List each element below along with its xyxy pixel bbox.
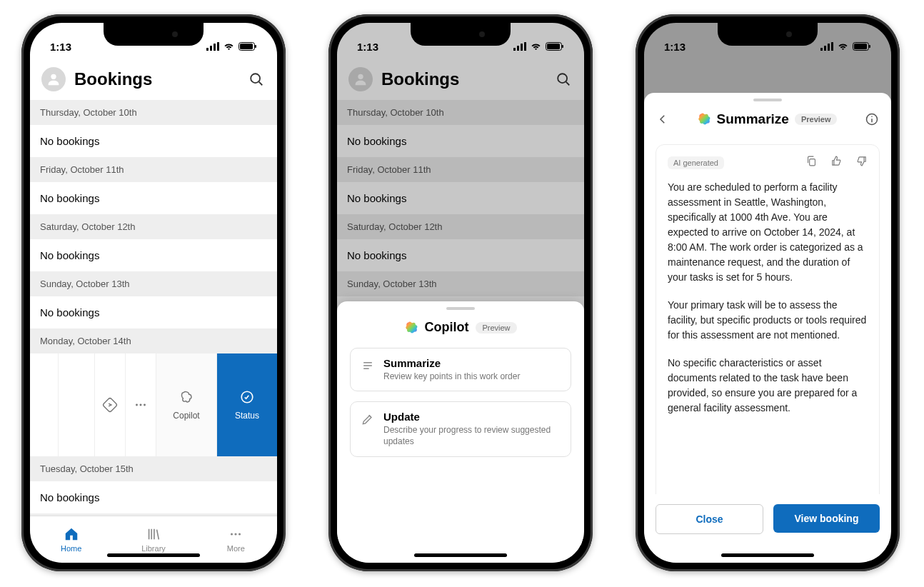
svg-rect-41 (810, 159, 815, 166)
notch (411, 23, 511, 46)
sheet-title: Summarize (717, 111, 789, 127)
tab-label: More (227, 544, 245, 553)
info-button[interactable] (864, 111, 880, 127)
notch (718, 23, 818, 46)
svg-point-40 (871, 116, 873, 117)
svg-point-13 (144, 404, 146, 406)
page-title: Bookings (74, 69, 238, 89)
svg-point-8 (251, 74, 260, 83)
svg-line-9 (259, 82, 263, 86)
card-title: Summarize (383, 357, 520, 369)
svg-rect-37 (869, 45, 870, 48)
date-header: Saturday, October 12th (30, 214, 277, 239)
peek-text: sment (30, 389, 55, 400)
action-label: Status (235, 411, 259, 421)
tab-more[interactable]: More (195, 516, 277, 563)
thumbs-down-icon[interactable] (855, 155, 868, 170)
svg-rect-32 (824, 46, 826, 51)
svg-point-7 (51, 74, 56, 79)
pencil-icon (361, 412, 375, 426)
card-title: Update (383, 411, 561, 423)
sheet-title: Copilot (424, 320, 468, 335)
option-summarize[interactable]: Summarize Review key points in this work… (350, 348, 571, 391)
phone-3: 1:13 Summarize Preview (636, 14, 900, 571)
back-button[interactable] (656, 112, 670, 126)
copilot-sheet: Copilot Preview Summarize Review key poi… (337, 301, 584, 563)
action-more[interactable] (125, 353, 156, 456)
list-icon (361, 358, 375, 373)
svg-rect-0 (206, 48, 209, 51)
svg-point-15 (231, 533, 233, 535)
status-time: 1:13 (664, 41, 686, 53)
status-icons (206, 42, 257, 51)
status-time: 1:13 (50, 41, 71, 53)
svg-point-17 (238, 533, 241, 535)
sheet-header: Copilot Preview (337, 310, 584, 348)
svg-rect-33 (828, 44, 830, 51)
avatar[interactable] (41, 67, 66, 91)
option-update[interactable]: Update Describe your progress to review … (350, 401, 571, 456)
bookings-list[interactable]: Thursday, October 10th No bookings Frida… (30, 100, 277, 516)
date-header: Thursday, October 10th (30, 100, 277, 125)
ai-generated-chip: AI generated (668, 156, 724, 169)
svg-rect-2 (214, 44, 216, 51)
booking-row-swiped[interactable]: up sment ington C (30, 353, 277, 456)
date-header: Wednesday, October 16th (30, 513, 277, 516)
date-header: Tuesday, October 15th (30, 456, 277, 481)
svg-point-11 (136, 404, 138, 406)
action-status[interactable]: Status (216, 353, 277, 456)
home-indicator[interactable] (414, 553, 507, 557)
status-icons (820, 42, 871, 51)
search-icon[interactable] (247, 70, 266, 89)
summary-paragraph: Your primary task will be to assess the … (668, 298, 868, 343)
summary-paragraph: You are scheduled to perform a facility … (668, 180, 868, 285)
svg-point-12 (140, 404, 142, 406)
preview-chip: Preview (476, 322, 516, 333)
copy-icon[interactable] (805, 155, 818, 170)
peek-text: ington (30, 412, 55, 423)
action-copilot[interactable]: Copilot (156, 353, 216, 456)
peek-text: up (30, 366, 55, 377)
svg-point-16 (235, 533, 237, 535)
copilot-logo: Copilot (404, 320, 468, 335)
svg-rect-3 (217, 42, 219, 51)
summary-paragraph: No specific characteristics or asset doc… (668, 356, 868, 416)
booking-card-peek: up sment ington (30, 353, 59, 456)
card-subtitle: Review key points in this work order (383, 371, 520, 382)
close-button[interactable]: Close (656, 504, 763, 534)
action-direction[interactable] (94, 353, 125, 456)
phone-2: 1:13 Bookings Thursday, October 10th No (328, 14, 593, 571)
summarize-sheet: Summarize Preview AI generated (644, 93, 891, 563)
thumbs-up-icon[interactable] (830, 155, 843, 170)
svg-rect-6 (255, 45, 256, 48)
no-bookings: No bookings (30, 125, 277, 157)
svg-rect-1 (210, 46, 212, 51)
home-indicator[interactable] (721, 553, 814, 557)
sheet-header: Summarize Preview (644, 101, 891, 134)
svg-rect-36 (854, 44, 867, 49)
no-bookings: No bookings (30, 481, 277, 513)
svg-rect-31 (820, 48, 823, 51)
summary-card: AI generated You are scheduled to perfor… (656, 144, 880, 494)
date-header: Friday, October 11th (30, 157, 277, 182)
svg-rect-5 (240, 44, 253, 49)
preview-chip: Preview (795, 114, 838, 125)
no-bookings: No bookings (30, 182, 277, 214)
header: Bookings (30, 61, 277, 100)
button-label: View booking (795, 513, 859, 524)
tab-home[interactable]: Home (30, 516, 112, 563)
no-bookings: No bookings (30, 239, 277, 271)
svg-rect-34 (831, 42, 833, 51)
home-indicator[interactable] (107, 553, 200, 557)
tab-label: Home (61, 544, 81, 553)
date-header: Sunday, October 13th (30, 271, 277, 296)
tab-label: Library (141, 544, 166, 553)
sheet-footer: Close View booking (644, 494, 891, 563)
button-label: Close (695, 513, 723, 525)
phone-1: 1:13 Bookings Thursday, October 10th No (21, 14, 286, 571)
action-label: Copilot (173, 411, 199, 421)
swipe-actions: Copilot Status (94, 353, 277, 456)
no-bookings: No bookings (30, 296, 277, 328)
view-booking-button[interactable]: View booking (773, 504, 880, 533)
svg-rect-10 (103, 398, 118, 413)
